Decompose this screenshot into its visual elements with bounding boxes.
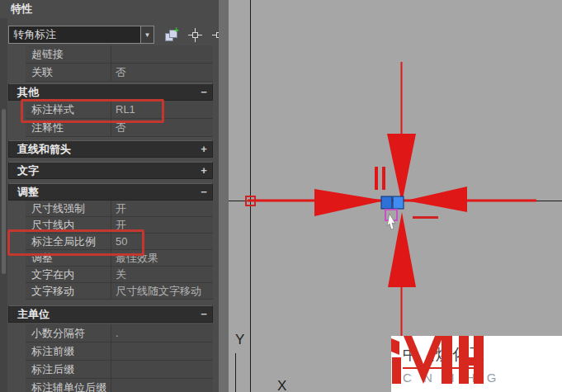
row-label: 尺寸线强制: [26, 201, 111, 216]
property-row-text-inside[interactable]: 文字在内 关: [26, 267, 213, 283]
row-label: 标注后缀: [26, 361, 111, 378]
collapse-toggle[interactable]: −: [196, 306, 212, 322]
property-row-text-movement[interactable]: 文字移动 尺寸线随文字移动: [26, 283, 213, 300]
property-row-dim-prefix[interactable]: 标注前缀: [26, 342, 213, 361]
property-row-dim-suffix[interactable]: 标注后缀: [26, 361, 213, 379]
property-row-decimal-separator[interactable]: 小数分隔符 .: [26, 324, 213, 342]
section-header-misc[interactable]: 其他 −: [8, 83, 213, 101]
property-row-dim-sub-units-suffix[interactable]: 标注辅单位后缀: [26, 379, 213, 392]
toggle-pickadd-icon[interactable]: +: [164, 28, 178, 42]
row-value[interactable]: .: [111, 324, 213, 342]
section-header-lines-arrows[interactable]: 直线和箭头 +: [8, 140, 213, 158]
crosshair-center: [192, 32, 198, 38]
watermark: 中国煤化工 C N M H G: [391, 336, 562, 392]
row-label: 尺寸线内: [26, 217, 111, 233]
section-title: 直线和箭头: [9, 141, 196, 157]
properties-palette: 特性 转角标注 ▼ +: [0, 0, 219, 392]
plus-glyph: +: [174, 25, 179, 35]
section-title: 其他: [9, 84, 196, 100]
row-value[interactable]: 开: [111, 201, 213, 216]
section-title: 主单位: [9, 306, 196, 322]
row-value[interactable]: 否: [111, 119, 213, 136]
quick-select-icon[interactable]: [212, 28, 219, 42]
palette-title: 特性: [11, 2, 32, 17]
row-label: 调整: [26, 250, 111, 266]
row-value[interactable]: 开: [111, 217, 213, 233]
property-row-associative[interactable]: 关联 否: [26, 64, 213, 82]
collapse-toggle[interactable]: −: [196, 184, 212, 200]
row-label: 文字移动: [26, 283, 111, 299]
select-objects-icon[interactable]: [188, 28, 202, 42]
section-header-text[interactable]: 文字 +: [8, 162, 213, 179]
property-row-fit[interactable]: 调整 最佳效果: [26, 250, 213, 267]
row-label: 标注前缀: [26, 342, 111, 360]
row-value[interactable]: [111, 45, 213, 63]
row-label: 超链接: [26, 45, 111, 63]
row-label: 标注辅单位后缀: [26, 379, 111, 392]
axis-label-x: X: [277, 378, 286, 392]
property-row-dim-style[interactable]: 标注样式 RL1: [26, 101, 213, 119]
row-value[interactable]: RL1: [111, 101, 213, 118]
row-value[interactable]: 50: [111, 234, 213, 249]
autocad-properties-screenshot: 特性 转角标注 ▼ +: [0, 0, 562, 392]
row-value[interactable]: 关: [111, 267, 213, 282]
property-row-dim-line-forced[interactable]: 尺寸线强制 开: [26, 201, 213, 217]
row-value[interactable]: [111, 342, 213, 360]
row-label: 标注样式: [26, 101, 111, 118]
row-label: 关联: [26, 64, 111, 81]
property-grid: 超链接 关联 否 其他 − 标注样式 RL1 注释性 否 直线和箭: [0, 45, 219, 392]
property-row-annotative[interactable]: 注释性 否: [26, 119, 213, 137]
property-row-hyperlink[interactable]: 超链接: [26, 45, 213, 64]
row-value[interactable]: [111, 379, 213, 392]
row-value[interactable]: [111, 361, 213, 378]
collapse-toggle[interactable]: −: [196, 84, 212, 100]
chevron-down-icon[interactable]: ▼: [140, 26, 153, 43]
axis-label-y: Y: [235, 332, 244, 348]
section-title: 文字: [9, 163, 196, 178]
section-header-fit[interactable]: 调整 −: [8, 183, 213, 201]
row-label: 文字在内: [26, 267, 111, 282]
dimension-graphics: [229, 0, 562, 392]
row-label: 小数分隔符: [26, 324, 111, 342]
drawing-canvas[interactable]: Y X 中国煤化工 C N M H G: [229, 0, 562, 392]
palette-edge-strip: [219, 0, 229, 392]
object-type-dropdown[interactable]: 转角标注 ▼: [8, 26, 154, 44]
row-value[interactable]: 最佳效果: [111, 250, 213, 266]
property-row-dim-line-inside[interactable]: 尺寸线内 开: [26, 217, 213, 234]
row-value[interactable]: 尺寸线随文字移动: [111, 283, 213, 299]
section-title: 调整: [9, 184, 196, 200]
property-row-dim-scale-overall[interactable]: 标注全局比例 50: [26, 234, 213, 250]
palette-toolbar: 转角标注 ▼ +: [8, 26, 219, 44]
row-label: 注释性: [26, 119, 111, 136]
object-type-value: 转角标注: [9, 26, 140, 43]
cnmhg-monogram-icon: [391, 336, 484, 384]
section-header-primary-units[interactable]: 主单位 −: [8, 305, 213, 323]
row-value[interactable]: 否: [111, 64, 213, 81]
row-label: 标注全局比例: [26, 234, 111, 249]
expand-toggle[interactable]: +: [196, 163, 212, 178]
expand-toggle[interactable]: +: [196, 141, 212, 157]
